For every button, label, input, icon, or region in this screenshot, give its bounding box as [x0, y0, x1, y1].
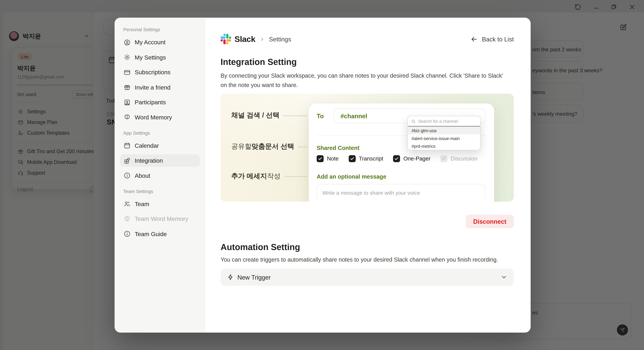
checkbox-disabled-icon — [440, 155, 448, 162]
disconnect-button[interactable]: Disconnect — [466, 215, 514, 228]
sidebar-item-label: Team — [135, 200, 149, 207]
sidebar-item-word-memory[interactable]: Word Memory — [120, 111, 200, 123]
sidebar-item-my-account[interactable]: My Account — [120, 36, 200, 48]
sidebar-item-label: Team Word Memory — [135, 216, 188, 222]
channel-search-input[interactable]: Search for a channel — [408, 116, 480, 126]
sidebar-item-label: Calendar — [135, 142, 159, 149]
chevron-right-icon — [260, 36, 265, 42]
checkbox-label: Note — [327, 156, 339, 162]
sidebar-item-subscriptions[interactable]: Subscriptions — [120, 66, 200, 78]
checkbox-label: Discussion — [450, 156, 478, 162]
diagram-step-3: 추가 메세지 작성 — [231, 172, 309, 181]
step-label: 채널 검색 / 선택 — [231, 111, 279, 120]
section-label: Team Settings — [123, 189, 200, 194]
channel-dropdown: Search for a channel #biz-gtm-usa #alert… — [408, 116, 480, 150]
sidebar-item-label: My Settings — [135, 54, 166, 60]
users-icon — [124, 200, 131, 208]
sidebar-item-label: My Account — [135, 39, 166, 46]
integration-setting-title: Integration Setting — [220, 57, 514, 67]
diagram-step-1: 채널 검색 / 선택 — [231, 111, 309, 120]
info-icon — [124, 172, 131, 179]
message-placeholder: Write a message to share with your voice — [322, 190, 420, 196]
user-circle-icon — [124, 39, 131, 46]
checkbox-note[interactable]: Note — [317, 155, 339, 162]
checkbox-label: Transcript — [359, 156, 383, 162]
sidebar-item-label: About — [135, 172, 150, 179]
blocks-icon — [124, 157, 131, 164]
integration-header: Slack Settings Back to List — [220, 32, 514, 46]
settings-modal: Personal Settings My Account My Settings… — [114, 18, 530, 332]
calendar-icon — [124, 142, 131, 149]
back-to-list-label: Back to List — [482, 36, 514, 42]
sidebar-item-label: Integration — [135, 157, 163, 164]
info-icon — [124, 230, 131, 238]
brain-icon — [124, 114, 131, 121]
slack-logo-icon — [220, 34, 231, 44]
new-trigger-row[interactable]: New Trigger — [220, 269, 514, 286]
integration-diagram: 채널 검색 / 선택 공유할 맞춤문서 선택 추가 메세지 작성 To #cha… — [220, 94, 514, 202]
automation-setting-description: You can create triggers to automatically… — [220, 256, 514, 263]
sidebar-item-team-word-memory: Team Word Memory — [120, 213, 200, 225]
back-to-list-button[interactable]: Back to List — [470, 35, 514, 43]
dotted-connector — [298, 147, 307, 148]
channel-option[interactable]: #prd-metrics — [408, 142, 480, 150]
new-trigger-label: New Trigger — [237, 274, 270, 281]
channel-option[interactable]: #alert-service-issue-main — [408, 134, 480, 142]
section-label: App Settings — [123, 130, 200, 135]
sidebar-item-label: Invite a friend — [135, 84, 170, 90]
checkbox-checked-icon — [393, 155, 400, 162]
settings-main: Slack Settings Back to List Integration … — [205, 18, 530, 332]
sidebar-item-invite-a-friend[interactable]: Invite a friend — [120, 81, 200, 94]
integration-app-name: Slack — [234, 34, 255, 44]
dotted-connector — [284, 116, 307, 116]
checkbox-one-pager[interactable]: One-Pager — [393, 155, 430, 162]
optional-message-input[interactable]: Write a message to share with your voice — [317, 184, 486, 202]
sidebar-item-calendar[interactable]: Calendar — [120, 139, 200, 152]
optional-message-label: Add an optional message — [317, 174, 386, 180]
to-label: To — [317, 113, 324, 120]
search-icon — [411, 119, 416, 124]
checkbox-transcript[interactable]: Transcript — [348, 155, 383, 162]
sidebar-item-label: Team Guide — [135, 230, 167, 237]
step-label: 작성 — [267, 172, 281, 181]
credit-card-icon — [124, 69, 131, 76]
sidebar-item-about[interactable]: About — [120, 170, 200, 182]
automation-setting-title: Automation Setting — [220, 242, 514, 252]
gift-icon — [124, 84, 131, 91]
arrow-left-icon — [470, 35, 478, 43]
brain-icon — [124, 215, 131, 222]
search-placeholder: Search for a channel — [418, 119, 458, 124]
sidebar-item-participants[interactable]: Participants — [120, 96, 200, 108]
settings-sidebar: Personal Settings My Account My Settings… — [114, 18, 205, 332]
lightning-icon — [227, 274, 234, 280]
channel-option[interactable]: #biz-gtm-usa — [408, 126, 480, 134]
dotted-connector — [285, 176, 307, 177]
sidebar-item-label: Word Memory — [135, 114, 172, 120]
shared-content-label: Shared Content — [317, 145, 360, 151]
checkbox-discussion: Discussion — [440, 155, 478, 162]
gear-icon — [124, 54, 131, 61]
chevron-down-icon — [501, 274, 507, 280]
section-label: Personal Settings — [123, 27, 200, 32]
step-label: 맞춤문서 선택 — [252, 142, 294, 151]
integration-setting-description: By connecting your Slack workspace, you … — [220, 71, 511, 90]
step-label: 공유할 — [231, 142, 252, 151]
sidebar-item-team-guide[interactable]: Team Guide — [120, 228, 200, 240]
checkbox-checked-icon — [348, 155, 356, 162]
diagram-step-2: 공유할 맞춤문서 선택 — [231, 142, 309, 151]
screen: 박지윤 Lite 박지윤 1126jypark@gmail.com 0m use… — [0, 0, 644, 350]
sidebar-item-label: Subscriptions — [135, 69, 170, 76]
sidebar-item-my-settings[interactable]: My Settings — [120, 51, 200, 64]
checkbox-checked-icon — [317, 155, 324, 162]
id-card-icon — [124, 99, 131, 106]
shared-content-options: Note Transcript One-Pager Discussio — [317, 155, 487, 162]
checkbox-label: One-Pager — [403, 156, 430, 162]
step-label: 추가 메세지 — [231, 172, 267, 181]
breadcrumb: Settings — [269, 36, 291, 42]
sidebar-item-integration[interactable]: Integration — [120, 154, 200, 167]
sidebar-item-label: Participants — [135, 99, 166, 106]
channel-value: #channel — [340, 112, 367, 120]
sidebar-item-team[interactable]: Team — [120, 198, 200, 210]
